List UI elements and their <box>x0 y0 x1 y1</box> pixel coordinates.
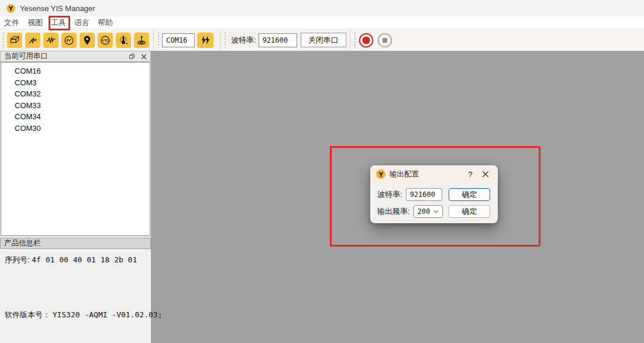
menu-file[interactable]: 文件 <box>0 18 23 28</box>
port-list-item[interactable]: COM32 <box>1 88 150 100</box>
info-panel-body: 序列号: 4f 01 00 40 01 18 2b 01 软件版本号： YIS3… <box>0 249 151 343</box>
port-list-item[interactable]: COM16 <box>1 65 150 77</box>
utc-clock-icon: UTC <box>99 34 111 46</box>
toolbar: UTC COM16 <box>0 29 644 51</box>
dialog-baud-value: 921600 <box>410 190 435 199</box>
dialog-output-rate-label: 输出频率: <box>377 206 410 217</box>
gauge-button[interactable] <box>61 33 77 48</box>
window-title: Yesense YIS Manager <box>20 4 95 13</box>
dialog-output-rate-combo[interactable]: 200 <box>414 205 443 218</box>
baud-rate-label: 波特率: <box>231 35 256 46</box>
tilt-waveform-icon <box>27 34 39 46</box>
temperature-icon <box>118 34 129 46</box>
magnetometer-button[interactable] <box>134 33 149 48</box>
pulse-waveform-icon <box>45 34 57 46</box>
output-rate-row: 输出频率: 200 确定 <box>377 205 490 218</box>
toolbar-grip[interactable] <box>354 33 357 48</box>
dialog-baud-combo[interactable]: 921600 <box>406 188 442 201</box>
record-button[interactable] <box>359 33 374 48</box>
output-config-dialog: 输出配置 ? 波特率: 921600 确定 输出频率: 200 <box>370 165 498 223</box>
location-button[interactable] <box>80 33 95 48</box>
baud-rate-row: 波特率: 921600 确定 <box>377 188 490 201</box>
gauge-icon <box>63 34 75 46</box>
software-version-value: YIS320 -AQMI -V01.02.03; <box>53 310 163 319</box>
port-combo[interactable]: COM16 <box>162 33 195 47</box>
cube-3d-button[interactable] <box>7 33 22 48</box>
dialog-title: 输出配置 <box>390 169 463 179</box>
toolbar-separator <box>153 30 154 50</box>
ports-panel-title: 当前可用串口 <box>4 51 48 61</box>
port-list-item[interactable]: COM33 <box>1 100 150 112</box>
confirm-output-rate-button[interactable]: 确定 <box>449 205 490 218</box>
refresh-ports-button[interactable] <box>197 33 213 48</box>
utc-clock-button[interactable]: UTC <box>98 33 113 48</box>
toolbar-separator <box>220 30 221 50</box>
dialog-body: 波特率: 921600 确定 输出频率: 200 确定 <box>370 183 498 218</box>
ports-list: COM16 COM3 COM32 COM33 COM34 COM30 <box>1 62 150 236</box>
dialog-baud-label: 波特率: <box>377 189 402 200</box>
tilt-waveform-button[interactable] <box>25 33 40 48</box>
baud-combo-value: 921600 <box>263 36 288 44</box>
close-panel-icon <box>141 54 147 60</box>
magnetometer-probe-icon <box>136 34 147 46</box>
port-combo-value: COM16 <box>166 36 187 44</box>
chevron-down-icon <box>433 210 438 213</box>
toolbar-grip[interactable] <box>2 33 5 48</box>
serial-number-line: 序列号: 4f 01 00 40 01 18 2b 01 <box>5 255 146 265</box>
menu-language[interactable]: 语言 <box>70 18 94 28</box>
cube-3d-icon <box>9 34 20 46</box>
pulse-waveform-button[interactable] <box>43 33 58 48</box>
float-panel-button[interactable] <box>129 53 135 60</box>
refresh-ports-icon <box>199 35 211 46</box>
close-serial-port-button[interactable]: 关闭串口 <box>301 33 346 47</box>
software-version-label: 软件版本号： <box>5 310 50 319</box>
baud-combo[interactable]: 921600 <box>259 33 297 47</box>
confirm-baud-button[interactable]: 确定 <box>449 188 490 201</box>
float-panel-icon <box>129 53 135 60</box>
app-logo-icon <box>6 4 15 13</box>
svg-text:UTC: UTC <box>102 38 109 41</box>
record-icon <box>359 33 374 48</box>
dialog-help-button[interactable]: ? <box>463 170 478 179</box>
toolbar-separator <box>350 30 350 50</box>
serial-number-value: 4f 01 00 40 01 18 2b 01 <box>32 255 137 264</box>
toolbar-grip[interactable] <box>157 33 160 48</box>
info-panel-title: 产品信息栏 <box>4 238 41 248</box>
menu-tools[interactable]: 工具 <box>47 18 70 28</box>
dialog-output-rate-value: 200 <box>418 207 431 216</box>
app-window: Yesense YIS Manager 文件 视图 工具 语言 帮助 <box>0 0 644 343</box>
dialog-close-button[interactable] <box>478 171 493 178</box>
serial-number-label: 序列号: <box>5 255 30 264</box>
stop-button[interactable] <box>377 33 392 48</box>
software-version-line: 软件版本号： YIS320 -AQMI -V01.02.03; <box>5 310 146 320</box>
menu-help[interactable]: 帮助 <box>94 18 117 28</box>
dialog-titlebar: 输出配置 ? <box>370 165 498 183</box>
ports-panel-header: 当前可用串口 <box>0 51 151 62</box>
chevron-down-icon <box>291 39 293 42</box>
port-list-item[interactable]: COM34 <box>1 111 150 123</box>
temperature-button[interactable] <box>116 33 131 48</box>
titlebar: Yesense YIS Manager <box>0 0 644 16</box>
port-list-item[interactable]: COM3 <box>1 77 150 89</box>
dialog-logo-icon <box>376 169 385 179</box>
port-list-item[interactable]: COM30 <box>1 123 150 134</box>
menubar: 文件 视图 工具 语言 帮助 <box>0 16 644 29</box>
stop-icon <box>377 33 392 48</box>
toolbar-grip[interactable] <box>224 33 227 48</box>
close-panel-button[interactable] <box>141 54 147 60</box>
location-pin-icon <box>81 34 93 46</box>
menu-view[interactable]: 视图 <box>23 18 47 28</box>
close-icon <box>482 171 489 178</box>
info-panel-header: 产品信息栏 <box>0 238 151 249</box>
